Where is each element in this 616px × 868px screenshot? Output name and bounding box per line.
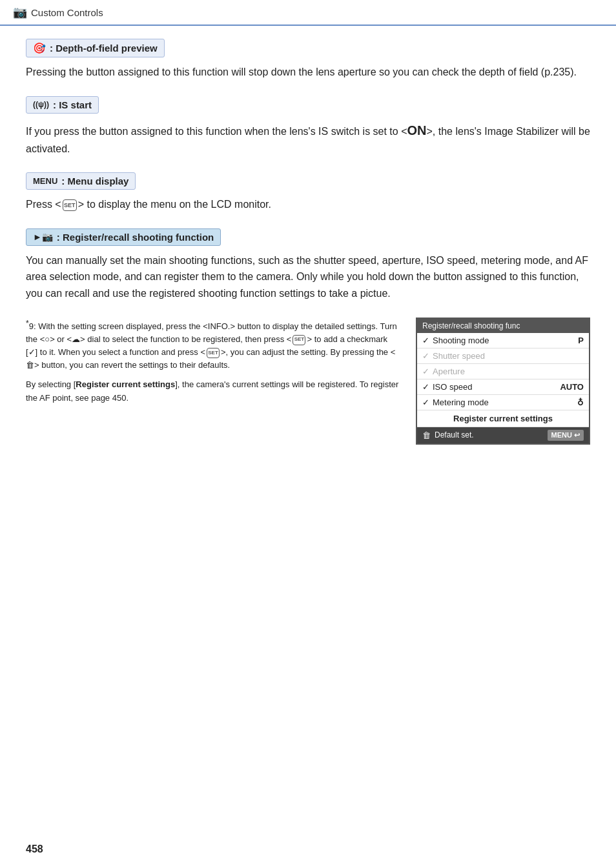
is-body-part1: If you press the button assigned to this… [26,126,407,137]
set-icon-footnote: SET [293,335,305,345]
footnote-p1: *9: With the setting screen displayed, p… [26,318,400,372]
default-label: Default set. [435,430,548,439]
check-shooting: ✓ [422,336,433,345]
register-current-label: Register current settings [453,414,553,423]
section-header-depth: 🎯 : Depth-of-field preview [26,39,165,57]
value-iso: AUTO [560,382,584,392]
section-depth-of-field: 🎯 : Depth-of-field preview Pressing the … [26,39,590,81]
register-current-bold: Register current settings [76,379,175,389]
trash-icon: 🗑 [422,430,431,440]
label-shooting: Shooting mode [433,336,578,345]
footnote-area: *9: With the setting screen displayed, p… [26,318,590,445]
section-header-menu: MENU : Menu display [26,172,136,190]
menu-body: Press <SET> to display the menu on the L… [26,196,590,213]
camera-ui-row-shutter[interactable]: ✓ Shutter speed [417,348,589,364]
footnote-p2: By selecting [Register current settings]… [26,378,400,404]
register-label: : Register/recall shooting function [57,232,214,243]
camera-ui-panel: Register/recall shooting func ✓ Shooting… [416,318,590,445]
label-metering: Metering mode [433,398,577,407]
camera-ui-title: Register/recall shooting func [417,319,589,333]
header-title: Custom Controls [31,7,103,18]
check-shutter: ✓ [422,351,433,361]
depth-label: : Depth-of-field preview [50,43,158,54]
page-header: 📷 Custom Controls [0,0,616,26]
menu-icon: MENU [33,176,57,186]
on-text: ON [407,123,427,137]
register-icon: ►📷 [33,232,53,242]
camera-ui-bottom-row[interactable]: 🗑 Default set. MENU ↩ [417,427,589,443]
camera-ui-row-shooting[interactable]: ✓ Shooting mode P [417,333,589,348]
menu-back-button[interactable]: MENU ↩ [548,430,584,441]
camera-ui-row-aperture[interactable]: ✓ Aperture [417,364,589,379]
camera-ui-center-row[interactable]: Register current settings [417,410,589,427]
footnote-text: *9: With the setting screen displayed, p… [26,318,400,445]
section-header-register: ►📷 : Register/recall shooting function [26,228,221,246]
is-label: : IS start [53,99,92,110]
is-icon: ((ψ)) [33,100,49,109]
is-body: If you press the button assigned to this… [26,120,590,157]
camera-icon: 📷 [13,5,27,19]
camera-ui-row-iso[interactable]: ✓ ISO speed AUTO [417,379,589,395]
footnote-star: * [26,319,29,328]
main-content: 🎯 : Depth-of-field preview Pressing the … [0,26,616,458]
label-shutter: Shutter speed [433,351,584,361]
page-number: 458 [26,843,43,855]
check-iso: ✓ [422,382,433,392]
depth-body: Pressing the button assigned to this fun… [26,64,590,81]
check-aperture: ✓ [422,367,433,376]
label-aperture: Aperture [433,367,584,376]
camera-ui-row-metering[interactable]: ✓ Metering mode ♁ [417,395,589,410]
set-icon-footnote2: SET [207,348,220,358]
set-icon: SET [63,199,77,211]
check-metering: ✓ [422,398,433,407]
register-body: You can manually set the main shooting f… [26,252,590,302]
depth-icon: 🎯 [33,42,46,54]
section-menu-display: MENU : Menu display Press <SET> to displ… [26,172,590,213]
value-shooting: P [578,336,584,345]
section-is-start: ((ψ)) : IS start If you press the button… [26,96,590,157]
value-metering: ♁ [577,398,584,407]
menu-label: : Menu display [61,176,128,187]
label-iso: ISO speed [433,382,560,392]
section-register-recall: ►📷 : Register/recall shooting function Y… [26,228,590,302]
section-header-is: ((ψ)) : IS start [26,96,99,114]
